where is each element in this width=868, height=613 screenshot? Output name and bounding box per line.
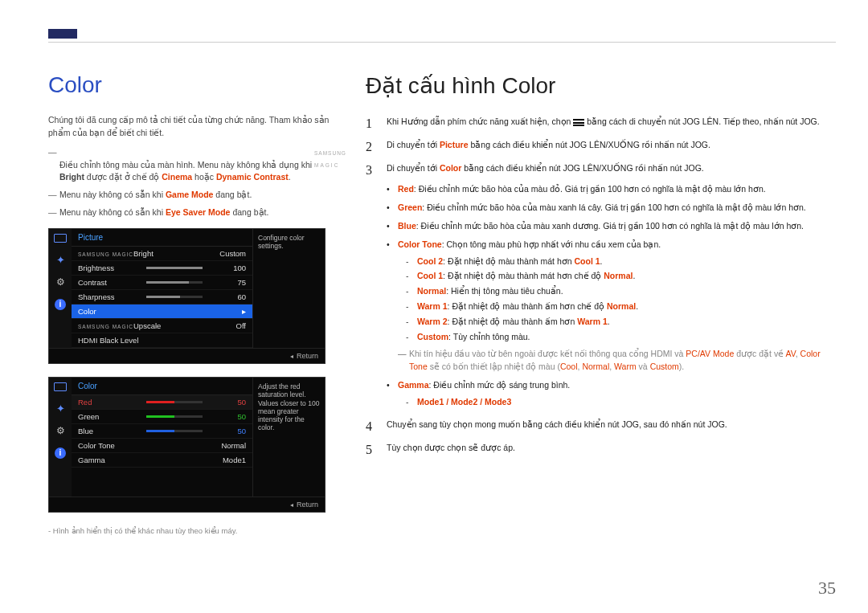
monitor-icon — [54, 234, 67, 243]
osd-hint: Adjust the red saturation level. Values … — [252, 378, 325, 497]
tone-item: Cool 1: Đặt nhiệt độ màu thành mát hơn c… — [406, 269, 836, 283]
color-desc: Blue: Điều chỉnh mức bão hòa của màu xan… — [387, 219, 836, 233]
osd-row[interactable]: Contrast 75 — [72, 276, 252, 290]
color-desc: Red: Điều chỉnh mức bão hòa của màu đỏ. … — [387, 182, 836, 196]
osd-title: Color — [72, 378, 252, 395]
notes-list: Điều chỉnh tông màu của màn hình. Menu n… — [48, 146, 350, 219]
info-icon: i — [55, 447, 66, 459]
step-item: Tùy chọn được chọn sẽ được áp. — [366, 441, 836, 455]
section-title: Đặt cấu hình Color — [366, 72, 836, 99]
steps-list: Khi Hướng dẫn phím chức năng xuất hiện, … — [366, 115, 836, 455]
monitor-icon — [54, 382, 67, 391]
tone-item: Custom: Tùy chỉnh tông màu. — [406, 330, 836, 344]
osd-row[interactable]: Gamma Mode1 — [72, 453, 252, 468]
menu-icon — [573, 119, 584, 126]
osd-row[interactable]: HDMI Black Level — [72, 333, 252, 348]
gear-icon: ⚙ — [53, 276, 68, 288]
osd-return[interactable]: ◂Return — [49, 497, 325, 512]
color-desc: Green: Điều chỉnh mức bão hòa của màu xa… — [387, 201, 836, 215]
osd-row[interactable]: Color Tone Normal — [72, 439, 252, 453]
adjust-icon: ✦ — [53, 403, 68, 414]
tone-item: Warm 2: Đặt nhiệt độ màu thành ấm hơn Wa… — [406, 315, 836, 329]
note-item: Menu này không có sẵn khi Eye Saver Mode… — [48, 206, 350, 219]
osd-row[interactable]: Blue 50 — [72, 424, 252, 439]
osd-color: ✦ ⚙ i Color Red 50 Green — [48, 377, 326, 513]
footnote: ‐ Hình ảnh hiển thị có thể khác nhau tùy… — [48, 525, 350, 537]
page-number: 35 — [818, 578, 836, 599]
osd-row[interactable]: SAMSUNG MAGICUpscale Off — [72, 319, 252, 333]
tone-item: Warm 1: Đặt nhiệt độ màu thành ấm hơn ch… — [406, 300, 836, 313]
osd-title: Picture — [72, 229, 252, 247]
tone-item: Cool 2: Đặt nhiệt độ màu thành mát hơn C… — [406, 255, 836, 268]
hdmi-note: Khi tín hiệu đầu vào từ bên ngoài được k… — [398, 348, 836, 374]
osd-row-selected[interactable]: Color ▸ — [72, 304, 252, 319]
step-item: Chuyển sang tùy chọn mong muốn bằng cách… — [366, 418, 836, 431]
header-accent — [48, 29, 77, 39]
osd-row[interactable]: SAMSUNG MAGICBright Custom — [72, 247, 252, 261]
osd-picture: ✦ ⚙ i Picture SAMSUNG MAGICBright Custom… — [48, 228, 326, 364]
osd-return[interactable]: ◂Return — [49, 348, 325, 363]
colortone-desc: Color Tone: Chọn tông màu phù hợp nhất v… — [387, 238, 836, 374]
osd-row[interactable]: Green 50 — [72, 410, 252, 424]
osd-hint: Configure color settings. — [252, 229, 325, 348]
note-item: Điều chỉnh tông màu của màn hình. Menu n… — [48, 146, 350, 184]
gamma-desc: Gamma: Điều chỉnh mức độ sáng trung bình… — [387, 378, 836, 409]
gear-icon: ⚙ — [53, 425, 68, 436]
intro-text: Chúng tôi đã cung cấp mô tả chi tiết của… — [48, 114, 350, 140]
osd-row[interactable]: Sharpness 60 — [72, 290, 252, 304]
tone-item: Normal: Hiển thị tông màu tiêu chuẩn. — [406, 284, 836, 298]
step-item: Khi Hướng dẫn phím chức năng xuất hiện, … — [366, 115, 836, 129]
step-item: Di chuyển tới Color bằng cách điều khiển… — [366, 161, 836, 409]
info-icon: i — [55, 299, 66, 310]
adjust-icon: ✦ — [53, 254, 68, 265]
section-title: Color — [48, 72, 350, 98]
header-rule — [48, 42, 836, 43]
note-item: Menu này không có sẵn khi Game Mode đang… — [48, 189, 350, 202]
osd-row[interactable]: Red 50 — [72, 395, 252, 410]
gamma-modes: Mode1 / Mode2 / Mode3 — [406, 395, 836, 409]
step-item: Di chuyển tới Picture bằng cách điều khi… — [366, 138, 836, 152]
osd-row[interactable]: Brightness 100 — [72, 261, 252, 276]
